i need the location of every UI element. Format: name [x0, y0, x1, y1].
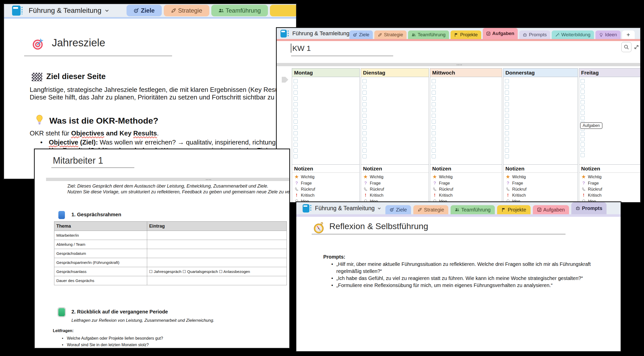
task-checkbox[interactable] [294, 143, 298, 147]
task-checkbox[interactable] [363, 102, 367, 106]
tag-kritisch[interactable]: !Kritisch [430, 193, 502, 198]
task-checkbox[interactable] [581, 90, 585, 94]
page-title[interactable]: Mitarbeiter 1 [53, 155, 103, 166]
tab-+[interactable]: + [622, 30, 635, 39]
task-checkbox[interactable] [505, 125, 509, 129]
tag-frage[interactable]: ?Frage [579, 181, 640, 186]
eintrag-cell[interactable] [147, 240, 287, 249]
tag-kritisch[interactable]: !Kritisch [361, 193, 429, 198]
task-checkbox[interactable] [294, 79, 298, 83]
task-checkbox[interactable] [505, 85, 509, 89]
notebook-title[interactable]: Führung & Teamleitung [29, 7, 101, 15]
task-checkbox[interactable] [294, 91, 298, 95]
task-checkbox[interactable] [432, 108, 436, 112]
tag-r-ckruf[interactable]: Rückruf [503, 187, 578, 192]
expand-icon[interactable] [632, 43, 640, 51]
tag-frage[interactable]: ?Frage [430, 181, 502, 186]
task-checkbox[interactable] [505, 114, 509, 118]
eintrag-cell[interactable] [147, 231, 287, 240]
tab-weiterbildung[interactable]: Weiterbildung [552, 30, 594, 39]
task-checkbox[interactable] [294, 108, 298, 112]
tab-strategie[interactable]: Strategie [374, 30, 407, 39]
eintrag-cell[interactable] [147, 249, 287, 258]
task-checkbox[interactable] [294, 149, 298, 153]
tab-ziele[interactable]: Ziele [349, 30, 373, 39]
tab-prompts[interactable]: Prompts [519, 30, 550, 39]
chevron-down-icon[interactable] [104, 8, 109, 13]
task-checkbox[interactable] [581, 100, 585, 104]
task-checkbox[interactable] [363, 120, 367, 124]
task-cell[interactable] [430, 77, 502, 165]
row-collapse-handle[interactable] [282, 77, 288, 83]
task-checkbox[interactable] [505, 143, 509, 147]
task-checkbox[interactable] [294, 102, 298, 106]
task-checkbox[interactable] [363, 108, 367, 112]
tab-teamf-hrung[interactable]: Teamführung [211, 5, 268, 16]
tag-frage[interactable]: ?Frage [292, 181, 359, 186]
task-checkbox[interactable] [505, 131, 509, 135]
task-checkbox[interactable] [432, 149, 436, 153]
task-checkbox[interactable] [363, 131, 367, 135]
task-checkbox[interactable] [505, 79, 509, 83]
task-checkbox[interactable] [363, 91, 367, 95]
task-checkbox[interactable] [432, 102, 436, 106]
tag-frage[interactable]: ?Frage [503, 181, 578, 186]
tab-strategie[interactable]: Strategie [164, 5, 209, 16]
page-title[interactable]: KW 1 [292, 44, 311, 53]
task-checkbox[interactable] [581, 143, 585, 147]
tag-kritisch[interactable]: !Kritisch [292, 193, 359, 198]
task-checkbox[interactable] [363, 114, 367, 118]
task-checkbox[interactable] [294, 114, 298, 118]
tab-section[interactable] [270, 5, 297, 16]
page-title[interactable]: Reflexion & Selbstführung [329, 221, 428, 231]
task-checkbox[interactable] [505, 149, 509, 153]
tag-r-ckruf[interactable]: Rückruf [361, 187, 429, 192]
task-checkbox[interactable] [294, 125, 298, 129]
task-checkbox[interactable] [363, 137, 367, 141]
task-checkbox[interactable] [432, 79, 436, 83]
tag-kritisch[interactable]: !Kritisch [579, 193, 640, 198]
tab-aufgaben[interactable]: Aufgaben [533, 205, 569, 214]
task-checkbox[interactable] [432, 125, 436, 129]
search-button[interactable] [621, 42, 631, 52]
task-checkbox[interactable] [363, 125, 367, 129]
task-checkbox[interactable] [294, 96, 298, 100]
task-checkbox[interactable] [294, 137, 298, 141]
eintrag-cell[interactable] [147, 258, 287, 267]
task-cell[interactable] [361, 77, 429, 165]
tab-projekte[interactable]: Projekte [497, 205, 530, 214]
task-checkbox[interactable] [505, 96, 509, 100]
task-checkbox[interactable] [505, 102, 509, 106]
tab-prompts[interactable]: Prompts [571, 202, 607, 214]
tab-strategie[interactable]: Strategie [413, 205, 448, 214]
tag-kritisch[interactable]: !Kritisch [503, 193, 578, 198]
task-checkbox[interactable] [432, 91, 436, 95]
tag-r-ckruf[interactable]: Rückruf [430, 187, 502, 192]
tab-ziele[interactable]: Ziele [127, 5, 162, 16]
tag-frage[interactable]: ?Frage [361, 181, 429, 186]
task-checkbox[interactable] [294, 154, 298, 158]
tab-projekte[interactable]: Projekte [451, 30, 481, 39]
task-checkbox[interactable] [581, 79, 585, 83]
task-checkbox[interactable] [505, 120, 509, 124]
task-checkbox[interactable] [581, 111, 585, 115]
tab-teamf-hrung[interactable]: Teamführung [408, 30, 449, 39]
task-checkbox[interactable] [432, 143, 436, 147]
task-cell[interactable] [292, 77, 359, 165]
task-checkbox[interactable] [294, 120, 298, 124]
task-checkbox[interactable] [432, 120, 436, 124]
task-checkbox[interactable] [294, 85, 298, 89]
task-checkbox[interactable] [581, 105, 585, 110]
tab-ideen[interactable]: Ideen [595, 30, 621, 39]
eintrag-cell[interactable] [147, 276, 287, 285]
task-checkbox[interactable] [432, 96, 436, 100]
task-checkbox[interactable] [432, 137, 436, 141]
task-checkbox[interactable] [505, 154, 509, 158]
task-checkbox[interactable] [363, 149, 367, 153]
task-checkbox[interactable] [432, 114, 436, 118]
task-checkbox[interactable] [505, 91, 509, 95]
task-checkbox[interactable] [581, 95, 585, 99]
task-checkbox[interactable] [363, 85, 367, 89]
task-checkbox[interactable] [581, 153, 585, 157]
notebook-title[interactable]: Führung & Teamleitung [292, 30, 349, 37]
